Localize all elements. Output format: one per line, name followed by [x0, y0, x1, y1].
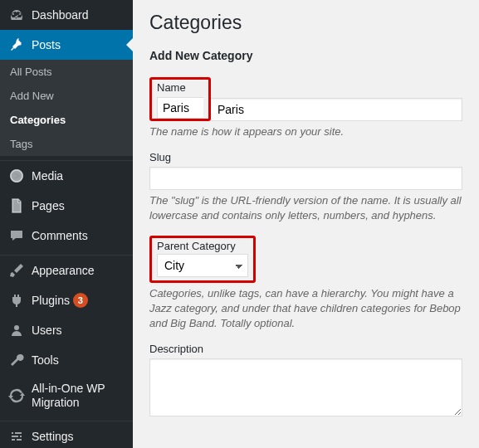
media-icon [8, 168, 25, 184]
menu-label: Posts [32, 38, 61, 51]
menu-label: Users [32, 324, 62, 337]
parent-label: Parent Category [157, 240, 248, 252]
menu-label: All-in-One WP Migration [32, 382, 125, 410]
pin-icon [8, 37, 25, 53]
name-value-preview: Paris [157, 97, 203, 119]
name-input[interactable] [211, 98, 462, 121]
svg-point-1 [14, 325, 19, 330]
wrench-icon [8, 352, 25, 368]
users-icon [8, 322, 25, 338]
submenu-all-posts[interactable]: All Posts [0, 60, 133, 84]
field-description: Description [149, 343, 462, 419]
plug-icon [8, 292, 25, 309]
menu-users[interactable]: Users [0, 315, 133, 345]
highlight-parent: Parent Category City [149, 236, 256, 283]
page-title: Categories [149, 12, 462, 34]
parent-description: Categories, unlike tags, can have a hier… [149, 286, 462, 332]
field-name: Name Paris The name is how it appears on… [149, 77, 462, 139]
menu-tools[interactable]: Tools [0, 345, 133, 375]
submenu-tags[interactable]: Tags [0, 132, 133, 156]
menu-posts[interactable]: Posts [0, 30, 133, 60]
admin-sidebar: Dashboard Posts All Posts Add New Catego… [0, 0, 133, 448]
menu-appearance[interactable]: Appearance [0, 256, 133, 285]
menu-label: Comments [32, 229, 88, 242]
description-label: Description [149, 343, 462, 355]
menu-aio-migration[interactable]: All-in-One WP Migration [0, 375, 133, 416]
menu-media[interactable]: Media [0, 161, 133, 191]
page-icon [8, 197, 25, 214]
comments-icon [8, 227, 25, 244]
menu-label: Dashboard [32, 8, 89, 22]
menu-label: Tools [32, 353, 59, 367]
slug-description: The "slug" is the URL-friendly version o… [149, 193, 462, 223]
name-label: Name [157, 81, 203, 94]
submenu-posts: All Posts Add New Categories Tags [0, 60, 133, 156]
menu-pages[interactable]: Pages [0, 191, 133, 221]
slug-input[interactable] [149, 167, 462, 190]
menu-label: Media [32, 169, 63, 183]
slug-label: Slug [149, 151, 462, 163]
section-title: Add New Category [149, 49, 462, 62]
dashboard-icon [8, 7, 25, 23]
parent-select[interactable]: City [157, 254, 248, 277]
menu-label: Plugins [32, 294, 70, 307]
submenu-categories[interactable]: Categories [0, 108, 133, 132]
description-input[interactable] [149, 358, 462, 416]
main-content: Categories Add New Category Name Paris T… [133, 0, 479, 448]
menu-label: Appearance [32, 264, 95, 277]
menu-settings[interactable]: Settings [0, 421, 133, 448]
highlight-name: Name Paris [149, 77, 211, 121]
name-description: The name is how it appears on your site. [149, 124, 462, 139]
menu-label: Settings [32, 430, 74, 443]
field-slug: Slug The "slug" is the URL-friendly vers… [149, 151, 462, 223]
update-badge: 3 [73, 293, 88, 308]
field-parent-category: Parent Category City Categories, unlike … [149, 236, 462, 332]
menu-label: Pages [32, 199, 65, 212]
submenu-add-new[interactable]: Add New [0, 84, 133, 108]
settings-icon [8, 428, 25, 445]
menu-comments[interactable]: Comments [0, 221, 133, 251]
menu-dashboard[interactable]: Dashboard [0, 0, 133, 30]
brush-icon [8, 262, 25, 279]
menu-plugins[interactable]: Plugins 3 [0, 285, 133, 315]
migration-icon [8, 387, 25, 404]
